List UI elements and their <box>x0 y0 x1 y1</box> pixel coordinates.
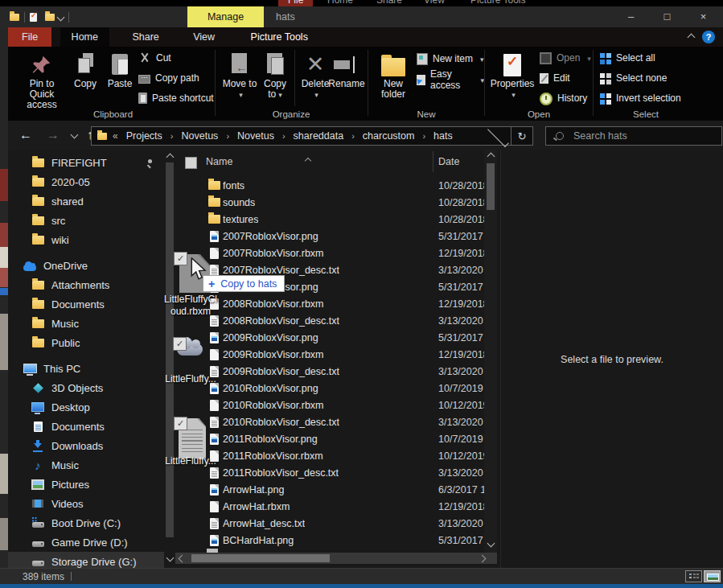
breadcrumb-segment[interactable]: charcustom <box>361 130 417 142</box>
cut-button[interactable]: Cut <box>138 50 171 66</box>
table-row[interactable]: BCHardHat.png 5/31/2017 7 <box>175 532 484 549</box>
table-row[interactable]: 2007RobloxVisor.rbxm 12/19/2018 <box>175 245 484 261</box>
sidebar-item[interactable]: Desktop <box>8 397 164 417</box>
sidebar-item[interactable]: shared <box>8 191 164 211</box>
open-button[interactable]: Open <box>540 50 591 66</box>
minimize-button[interactable]: – <box>613 6 649 27</box>
breadcrumb-segment[interactable]: hats <box>432 130 454 142</box>
sidebar-item[interactable]: wiki <box>8 230 164 249</box>
scroll-up-icon[interactable] <box>166 154 175 162</box>
sidebar-item[interactable]: Pictures <box>8 475 164 494</box>
help-icon[interactable]: ? <box>702 31 715 43</box>
table-row[interactable]: fonts 10/28/2018 <box>175 177 484 194</box>
refresh-icon[interactable]: ↻ <box>511 130 532 142</box>
invert-selection-button[interactable]: Invert selection <box>600 90 681 106</box>
properties-button[interactable]: Properties <box>490 49 535 101</box>
maximize-button[interactable]: □ <box>649 6 685 27</box>
pin-to-quick-access-button[interactable]: Pin to Quick access <box>16 49 68 110</box>
collapse-ribbon-icon[interactable] <box>688 34 696 42</box>
sidebar-item[interactable]: Music <box>8 314 164 333</box>
sidebar-item[interactable]: Boot Drive (C:) <box>8 513 164 532</box>
paste-button[interactable]: Paste <box>103 49 137 89</box>
scroll-left-icon[interactable] <box>179 555 187 563</box>
select-all-checkbox[interactable] <box>185 157 197 169</box>
breadcrumb-chevron-icon[interactable]: › <box>276 131 292 141</box>
qat-folder-icon[interactable] <box>10 14 19 21</box>
sidebar-item[interactable]: src <box>8 211 164 230</box>
sidebar-item[interactable]: Game Drive (D:) <box>8 532 164 552</box>
breadcrumb-chevron-icon[interactable]: › <box>416 131 432 141</box>
sidebar-item[interactable]: Music <box>8 455 164 475</box>
breadcrumb-segment[interactable]: Novetus <box>236 130 276 142</box>
qat-dropdown-icon[interactable] <box>57 13 65 21</box>
search-box[interactable] <box>545 126 722 146</box>
column-header-name[interactable]: Name <box>206 156 232 167</box>
breadcrumb-segment[interactable]: Projects <box>125 130 164 142</box>
breadcrumb-chevron-icon[interactable]: › <box>345 131 361 141</box>
tab-share[interactable]: Share <box>121 27 170 47</box>
sidebar-item[interactable]: This PC <box>8 359 164 378</box>
sidebar-item[interactable]: Videos <box>8 494 164 513</box>
table-row[interactable]: 2010RobloxVisor.rbxm 10/12/2019 <box>175 397 484 413</box>
sidebar-scrollbar[interactable] <box>164 150 175 568</box>
breadcrumb-segment[interactable]: Novetus <box>180 130 220 142</box>
tab-home[interactable]: Home <box>60 27 109 47</box>
rename-button[interactable]: Rename <box>327 49 367 89</box>
sidebar-item[interactable]: OneDrive <box>8 256 164 275</box>
new-folder-button[interactable]: New folder <box>375 49 412 100</box>
recent-locations-icon[interactable] <box>71 131 79 139</box>
table-row[interactable]: 2009RobloxVisor.png 5/31/2017 7 <box>175 329 484 346</box>
easy-access-button[interactable]: Easy access <box>417 72 484 88</box>
sidebar-item[interactable]: Storage Drive (G:) <box>8 552 164 568</box>
file-list-vertical-scrollbar[interactable] <box>484 150 497 553</box>
close-button[interactable]: × <box>685 6 721 27</box>
sidebar-item[interactable]: FIREFIGHT <box>8 153 164 172</box>
scrollbar-thumb[interactable] <box>487 163 495 210</box>
sidebar-item[interactable]: Attachments <box>8 275 164 294</box>
select-all-button[interactable]: Select all <box>600 50 655 66</box>
tab-view[interactable]: View <box>182 27 226 47</box>
copy-to-button[interactable]: Copy to <box>259 49 291 101</box>
address-bar[interactable]: « Projects›Novetus›Novetus›shareddata›ch… <box>91 126 533 146</box>
table-row[interactable]: textures 10/28/2018 <box>175 211 484 228</box>
qat-properties-icon[interactable] <box>30 13 37 22</box>
edit-button[interactable]: Edit <box>540 70 570 86</box>
copy-path-button[interactable]: Copy path <box>138 70 199 86</box>
column-header-date[interactable]: Date <box>438 156 459 167</box>
forward-icon[interactable]: → <box>47 121 60 150</box>
file-list-horizontal-scrollbar[interactable] <box>175 553 497 564</box>
table-row[interactable]: ArrowHat.rbxm 12/19/2018 <box>175 498 484 515</box>
tab-file[interactable]: File <box>8 27 51 47</box>
scrollbar-thumb[interactable] <box>191 554 330 562</box>
breadcrumb-chevron-icon[interactable]: › <box>164 131 180 141</box>
back-icon[interactable]: ← <box>19 121 32 150</box>
qat-new-folder-icon[interactable] <box>45 14 55 21</box>
sidebar-item[interactable]: Downloads <box>8 436 164 455</box>
table-row[interactable]: 2010RobloxVisor_desc.txt 3/13/2020 8 <box>175 413 484 430</box>
paste-shortcut-button[interactable]: Paste shortcut <box>138 90 214 106</box>
large-icons-view-button[interactable] <box>704 570 721 582</box>
copy-button[interactable]: Copy <box>69 49 101 89</box>
table-row[interactable]: ArrowHat.png 6/3/2017 11 <box>175 481 484 498</box>
history-button[interactable]: History <box>540 90 587 106</box>
breadcrumb-overflow-icon[interactable]: « <box>113 130 118 142</box>
column-divider[interactable] <box>433 151 433 172</box>
breadcrumb-segment[interactable]: shareddata <box>292 130 346 142</box>
address-dropdown-icon[interactable] <box>487 125 509 147</box>
sidebar-item[interactable]: Documents <box>8 294 164 314</box>
move-to-button[interactable]: Move to <box>222 49 257 101</box>
table-row[interactable]: ArrowHat_desc.txt 3/13/2020 8 <box>175 515 484 532</box>
table-row[interactable]: 2009RobloxVisor.rbxm 12/19/2018 <box>175 346 484 363</box>
table-row[interactable]: 2011RobloxVisor.png 10/7/2019 3 <box>175 430 484 447</box>
new-item-button[interactable]: New item <box>417 51 484 67</box>
scroll-up-icon[interactable] <box>487 153 495 161</box>
scroll-down-icon[interactable] <box>166 554 175 562</box>
sidebar-item[interactable]: Public <box>8 333 164 352</box>
manage-contextual-tab[interactable]: Manage <box>187 6 264 27</box>
scroll-down-icon[interactable] <box>487 540 495 548</box>
scroll-right-icon[interactable] <box>479 555 487 563</box>
sidebar-item[interactable]: Documents <box>8 417 164 436</box>
sidebar-item[interactable]: 2020-05 <box>8 172 164 191</box>
details-view-button[interactable] <box>685 570 702 582</box>
tab-picture-tools[interactable]: Picture Tools <box>240 27 319 47</box>
